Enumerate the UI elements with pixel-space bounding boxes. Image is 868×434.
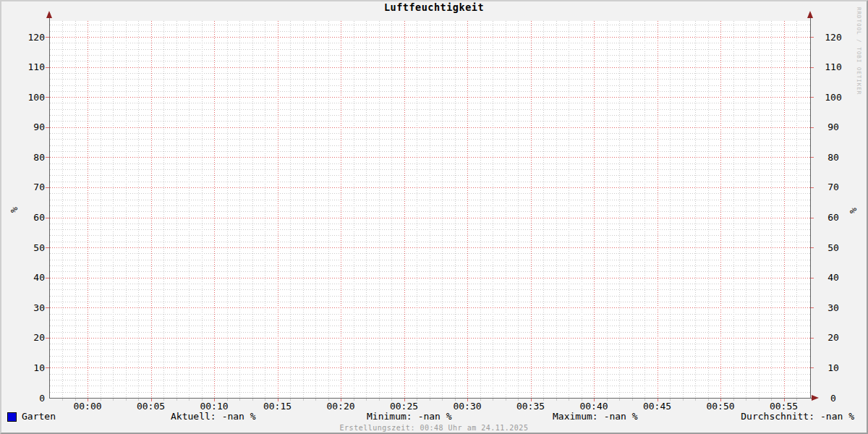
minor-tick-bottom bbox=[303, 399, 304, 401]
minor-vgridline bbox=[543, 21, 544, 398]
x-tick-label: 00:45 bbox=[632, 401, 683, 412]
stat-maximum: Maximum:-nan % bbox=[553, 411, 638, 422]
y-tick-label: 90 bbox=[817, 122, 849, 132]
minor-vgridline bbox=[746, 21, 746, 398]
y-axis-unit-label-left: % bbox=[9, 203, 20, 217]
y-tick-label: 20 bbox=[817, 332, 849, 343]
x-axis-arrow-icon bbox=[812, 395, 819, 401]
minor-vgridline bbox=[391, 21, 392, 398]
major-vgridline bbox=[214, 21, 215, 398]
y-tick-label: 10 bbox=[817, 362, 849, 373]
minor-vgridline bbox=[518, 21, 519, 398]
minor-tick-bottom bbox=[430, 399, 430, 401]
major-vgridline bbox=[151, 21, 152, 398]
minor-vgridline bbox=[619, 21, 620, 398]
major-vgridline bbox=[720, 21, 721, 398]
minor-tick-bottom bbox=[239, 399, 240, 401]
minor-vgridline bbox=[303, 21, 304, 398]
stat-minimum-label: Minimum: bbox=[367, 411, 412, 422]
minor-vgridline bbox=[113, 21, 114, 398]
minor-vgridline bbox=[252, 21, 253, 398]
minor-vgridline bbox=[189, 21, 190, 398]
x-tick-label: 00:50 bbox=[695, 401, 746, 412]
minor-tick-bottom bbox=[746, 399, 746, 401]
minor-vgridline bbox=[771, 21, 772, 398]
major-hgridline bbox=[46, 37, 814, 38]
y-tick-label: 10 bbox=[1, 362, 45, 373]
minor-vgridline bbox=[176, 21, 177, 398]
y-tick-label: 40 bbox=[1, 272, 45, 283]
minor-vgridline bbox=[695, 21, 696, 398]
y-tick-label: 50 bbox=[817, 242, 849, 253]
series-legend-label: Garten bbox=[22, 411, 56, 422]
y-tick-label: 0 bbox=[817, 393, 849, 404]
minor-vgridline bbox=[569, 21, 569, 398]
major-hgridline bbox=[46, 157, 814, 158]
stat-durchschnitt: Durchschnitt:-nan % bbox=[741, 411, 854, 422]
minor-tick-bottom bbox=[366, 399, 367, 401]
y-tick-label: 30 bbox=[1, 302, 45, 313]
x-tick-label: 00:00 bbox=[62, 401, 113, 412]
major-hgridline bbox=[46, 97, 814, 98]
major-hgridline bbox=[46, 367, 814, 368]
stat-aktuell: Aktuell:-nan % bbox=[171, 411, 256, 422]
minor-vgridline bbox=[101, 21, 101, 398]
y-axis-unit-label-right: % bbox=[848, 203, 859, 218]
minor-vgridline bbox=[796, 21, 797, 398]
y-axis-left-arrow-icon bbox=[46, 11, 52, 18]
major-vgridline bbox=[341, 21, 341, 398]
minor-vgridline bbox=[366, 21, 367, 398]
creation-time-text: Erstellungszeit: 00:48 Uhr am 24.11.2025 bbox=[1, 424, 867, 432]
stat-aktuell-value: -nan % bbox=[216, 411, 256, 422]
minor-vgridline bbox=[582, 21, 582, 398]
minor-vgridline bbox=[644, 21, 645, 398]
stat-durchschnitt-label: Durchschnitt: bbox=[741, 411, 814, 422]
y-tick-label: 100 bbox=[1, 92, 45, 103]
minor-tick-bottom bbox=[176, 399, 177, 401]
y-axis-left-line bbox=[49, 14, 50, 399]
x-tick-label: 00:25 bbox=[379, 401, 430, 412]
chart-title: Luftfeuchtigkeit bbox=[1, 1, 867, 13]
major-vgridline bbox=[784, 21, 785, 398]
major-hgridline bbox=[46, 67, 814, 68]
y-tick-label: 120 bbox=[1, 32, 45, 43]
minor-tick-bottom bbox=[493, 399, 493, 401]
minor-vgridline bbox=[62, 21, 63, 398]
major-hgridline bbox=[46, 187, 814, 188]
x-tick-label: 00:30 bbox=[442, 401, 493, 412]
minor-vgridline bbox=[417, 21, 417, 398]
minor-vgridline bbox=[480, 21, 481, 398]
minor-vgridline bbox=[430, 21, 430, 398]
minor-vgridline bbox=[442, 21, 443, 398]
y-axis-right-arrow-icon bbox=[807, 11, 813, 18]
y-tick-label: 90 bbox=[1, 122, 45, 132]
y-axis-right-line bbox=[810, 14, 811, 399]
minor-vgridline bbox=[683, 21, 684, 398]
x-tick-label: 00:05 bbox=[126, 401, 176, 412]
major-hgridline bbox=[46, 127, 814, 128]
minor-vgridline bbox=[708, 21, 709, 398]
stat-minimum-value: -nan % bbox=[412, 411, 452, 422]
major-vgridline bbox=[467, 21, 468, 398]
series-color-swatch bbox=[7, 412, 17, 422]
major-hgridline bbox=[46, 278, 814, 278]
y-tick-label: 30 bbox=[817, 302, 849, 313]
major-hgridline bbox=[46, 247, 814, 248]
stat-aktuell-label: Aktuell: bbox=[171, 411, 216, 422]
minor-vgridline bbox=[138, 21, 139, 398]
minor-vgridline bbox=[126, 21, 127, 398]
y-tick-label: 80 bbox=[1, 152, 45, 163]
rrdtool-graph: Luftfeuchtigkeit 00101020203030404050506… bbox=[0, 0, 868, 434]
y-tick-label: 40 bbox=[817, 272, 849, 283]
x-axis-line bbox=[49, 398, 812, 399]
minor-vgridline bbox=[227, 21, 228, 398]
minor-vgridline bbox=[607, 21, 608, 398]
stat-maximum-label: Maximum: bbox=[553, 411, 598, 422]
y-tick-label: 120 bbox=[817, 32, 849, 43]
x-tick-label: 00:15 bbox=[252, 401, 303, 412]
major-hgridline bbox=[46, 338, 814, 339]
minor-vgridline bbox=[493, 21, 493, 398]
major-vgridline bbox=[404, 21, 405, 398]
major-vgridline bbox=[594, 21, 595, 398]
minor-tick-bottom bbox=[619, 399, 620, 401]
